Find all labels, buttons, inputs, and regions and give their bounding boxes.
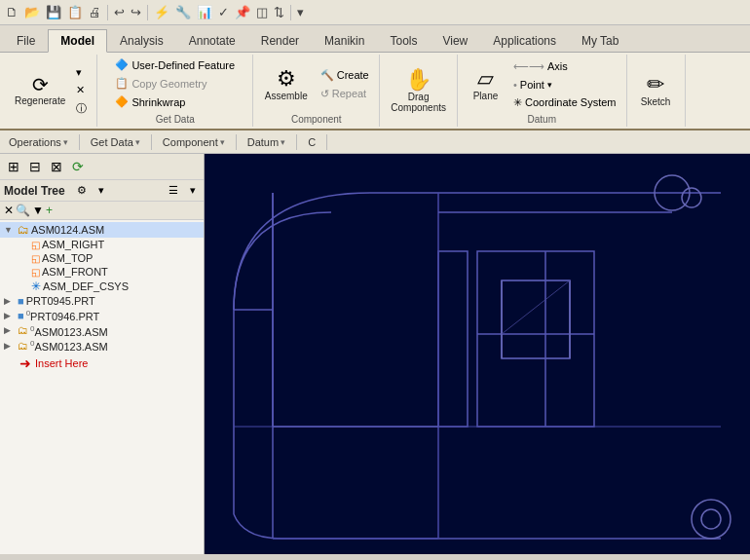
tree-icon-refresh[interactable]: ⟳	[68, 157, 88, 176]
qa-btn14[interactable]: ▾	[295, 4, 306, 20]
coord-system-btn[interactable]: ✳ Coordinate System	[509, 94, 620, 111]
tree-item-asm-def-csys[interactable]: ✳ ASM_DEF_CSYS	[0, 279, 204, 294]
tab-analysis[interactable]: Analysis	[107, 29, 176, 52]
getdata-sec-btn[interactable]: Get Data ▾	[86, 134, 145, 150]
assemble-button[interactable]: ⚙ Assemble	[260, 65, 313, 104]
ribbon-group-items: ⟳ Regenerate ▾ ✕ ⓘ	[10, 56, 91, 125]
axis-btn[interactable]: ⟵⟶ Axis	[509, 58, 620, 75]
asm0123a-expand[interactable]: ▶	[4, 325, 16, 335]
panel-header: Model Tree ⚙ ▾ ☰ ▾	[0, 180, 204, 202]
prt0946-icon: ■	[18, 310, 24, 321]
asm0124-expand[interactable]: ▼	[4, 225, 16, 235]
getdata-dropdown-arrow: ▾	[135, 137, 140, 147]
c-sec-group: C	[303, 134, 327, 150]
point-dropdown[interactable]: ▾	[547, 80, 552, 90]
tab-applications[interactable]: Applications	[480, 29, 569, 52]
main-area: ⊞ ⊟ ⊠ ⟳ Model Tree ⚙ ▾ ☰ ▾ ✕ 🔍 ▼ + ▼ 🗂 A…	[0, 154, 750, 554]
qa-btn5[interactable]: 🖨	[87, 4, 103, 20]
qa-btn13[interactable]: ⇅	[272, 4, 286, 20]
panel-icon-row: ⊞ ⊟ ⊠ ⟳	[0, 154, 204, 180]
operations-btn[interactable]: Operations ▾	[4, 134, 73, 150]
asm0123a-label: 0ASM0123.ASM	[30, 324, 108, 338]
tree-item-asm-top[interactable]: ◱ ASM_TOP	[0, 251, 204, 265]
tree-item-prt0946[interactable]: ▶ ■ 0PRT0946.PRT	[0, 308, 204, 323]
tree-more-btn[interactable]: ☰	[165, 182, 182, 199]
getdata-sec-label: Get Data	[91, 136, 133, 148]
user-defined-feature-btn[interactable]: 🔷 User-Defined Feature	[111, 56, 239, 73]
tree-close-btn[interactable]: ✕	[4, 204, 14, 217]
datum-sec-label: Datum	[247, 136, 279, 148]
qa-redo-btn[interactable]: ↪	[129, 4, 143, 20]
regenerate-extra-btn[interactable]: ✕	[72, 82, 91, 98]
viewport[interactable]	[205, 154, 750, 554]
tab-manikin[interactable]: Manikin	[312, 29, 377, 52]
insert-here-item[interactable]: ➜ Insert Here	[0, 354, 204, 373]
model-tree-title: Model Tree	[4, 184, 65, 198]
tree-search-btn[interactable]: 🔍	[16, 204, 30, 217]
sketch-items: ✏ Sketch	[634, 56, 678, 125]
prt0945-expand[interactable]: ▶	[4, 296, 16, 306]
tab-render[interactable]: Render	[248, 29, 312, 52]
c-sec-btn[interactable]: C	[303, 134, 320, 150]
shrinkwrap-btn[interactable]: 🔶 Shrinkwrap	[111, 93, 189, 110]
copy-geometry-btn[interactable]: 📋 Copy Geometry	[111, 75, 210, 92]
copy-geometry-icon: 📋	[115, 77, 129, 90]
tree-item-asm0123a[interactable]: ▶ 🗂 0ASM0123.ASM	[0, 323, 204, 339]
qa-undo-btn[interactable]: ↩	[112, 4, 127, 20]
create-btn[interactable]: 🔨 Create	[317, 67, 373, 84]
qa-graph-btn[interactable]: 📊	[195, 4, 214, 20]
tab-view[interactable]: View	[430, 29, 480, 52]
tree-add-btn[interactable]: +	[46, 204, 53, 217]
tree-icon-grid[interactable]: ⊞	[4, 157, 23, 176]
prt0945-icon: ■	[18, 295, 24, 307]
point-icon: •	[513, 79, 517, 91]
tree-dropdown-btn[interactable]: ▾	[94, 182, 108, 199]
tab-mytab[interactable]: My Tab	[569, 29, 631, 52]
qa-open-btn[interactable]: 📂	[22, 4, 42, 20]
quick-access-toolbar: 🗋 📂 💾 📋 🖨 ↩ ↪ ⚡ 🔧 📊 ✓ 📌 ◫ ⇅ ▾	[0, 0, 750, 25]
shrinkwrap-label: Shrinkwrap	[131, 96, 185, 108]
qa-new-btn[interactable]: 🗋	[4, 4, 20, 20]
insert-here-label: Insert Here	[35, 357, 88, 369]
tree-expand-btn[interactable]: ▾	[186, 182, 200, 199]
asm0123b-expand[interactable]: ▶	[4, 341, 16, 351]
prt0945-label: PRT0945.PRT	[26, 295, 95, 307]
tab-tools[interactable]: Tools	[377, 29, 430, 52]
tree-filter-btn[interactable]: ▼	[32, 204, 44, 217]
regenerate-dropdown-btn[interactable]: ▾	[72, 64, 91, 81]
qa-btn4[interactable]: 📋	[65, 4, 85, 20]
qa-settings-btn[interactable]: 🔧	[173, 4, 193, 20]
qa-save-btn[interactable]: 💾	[44, 4, 63, 20]
datum-sec-btn[interactable]: Datum ▾	[243, 134, 290, 150]
regenerate-button[interactable]: ⟳ Regenerate	[10, 72, 70, 109]
sketch-button[interactable]: ✏ Sketch	[634, 71, 678, 110]
prt0946-expand[interactable]: ▶	[4, 311, 16, 320]
repeat-btn[interactable]: ↺ Repeat	[317, 86, 373, 102]
tree-item-asm0124[interactable]: ▼ 🗂 ASM0124.ASM	[0, 222, 204, 238]
point-btn[interactable]: • Point ▾	[509, 77, 620, 93]
tree-settings-btn[interactable]: ⚙	[73, 182, 91, 199]
tree-icon-app[interactable]: ⊠	[47, 157, 66, 176]
tree-item-prt0945[interactable]: ▶ ■ PRT0945.PRT	[0, 294, 204, 308]
tab-annotate[interactable]: Annotate	[176, 29, 248, 52]
getdata-sec-group: Get Data ▾	[86, 134, 152, 150]
tree-icon-layers[interactable]: ⊟	[25, 157, 45, 176]
drag-components-button[interactable]: ✋ Drag Components	[386, 66, 451, 116]
qa-btn11[interactable]: 📌	[233, 4, 252, 20]
tab-model[interactable]: Model	[48, 29, 107, 53]
ribbon-group-component: ⚙ Assemble 🔨 Create ↺ Repeat Component	[253, 55, 380, 127]
regenerate-info-btn[interactable]: ⓘ	[72, 99, 91, 118]
qa-check-btn[interactable]: ✓	[216, 4, 231, 20]
qa-btn12[interactable]: ◫	[254, 4, 270, 20]
tree-item-asm-front[interactable]: ◱ ASM_FRONT	[0, 265, 204, 279]
prt0946-label: 0PRT0946.PRT	[26, 309, 100, 322]
tab-file[interactable]: File	[4, 29, 48, 52]
asm-right-icon: ◱	[31, 240, 40, 250]
assemble-icon: ⚙	[277, 68, 296, 90]
tree-item-asm0123b[interactable]: ▶ 🗂 0ASM0123.ASM	[0, 338, 204, 354]
asm0123b-label: 0ASM0123.ASM	[30, 339, 108, 353]
tree-item-asm-right[interactable]: ◱ ASM_RIGHT	[0, 238, 204, 251]
component-sec-btn[interactable]: Component ▾	[158, 134, 230, 150]
plane-button[interactable]: ▱ Plane	[464, 65, 507, 104]
qa-regenerate-btn[interactable]: ⚡	[152, 4, 171, 20]
